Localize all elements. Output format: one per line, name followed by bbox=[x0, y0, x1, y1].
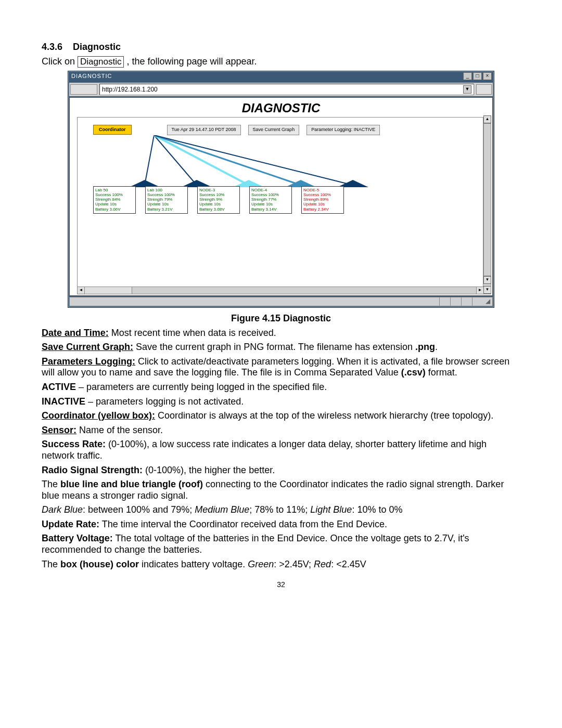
node-body: NODE-3 Success 10% Strength 9% Update 10… bbox=[197, 186, 240, 214]
node-house[interactable]: NODE-4 Success 100% Strength 77% Update … bbox=[249, 186, 292, 214]
node-name: Lab 50 bbox=[95, 188, 134, 192]
svg-line-2 bbox=[154, 135, 249, 185]
outer-vertical-scrollbar[interactable]: ▲ ▼ bbox=[483, 115, 491, 284]
diagnostic-inline-button[interactable]: Diagnostic bbox=[78, 56, 124, 68]
address-bar: http://192.168.1.200 ▼ bbox=[69, 83, 493, 96]
node-body: Lab 100 Success 100% Strength 79% Update… bbox=[145, 186, 188, 214]
coordinator-label: Coordinator (yellow box): bbox=[42, 410, 155, 421]
svg-line-0 bbox=[145, 135, 154, 185]
intro-line: Click on Diagnostic , the following page… bbox=[42, 56, 520, 68]
node-house[interactable]: Lab 50 Success 100% Strength 84% Update … bbox=[93, 186, 136, 214]
node-body: NODE-5 Success 100% Strength 89% Update … bbox=[301, 186, 344, 214]
section-number: 4.3.6 bbox=[42, 42, 62, 52]
update-rate-label: Update Rate: bbox=[42, 519, 99, 529]
page-number: 32 bbox=[42, 580, 520, 589]
node-name: Lab 100 bbox=[147, 188, 186, 192]
radio-strength-label: Radio Signal Strength: bbox=[42, 465, 143, 475]
close-icon[interactable]: × bbox=[483, 72, 492, 80]
status-bar: ◢ bbox=[69, 297, 493, 306]
tree-diagram: Lab 50 Success 100% Strength 84% Update … bbox=[93, 135, 475, 289]
node-name: NODE-4 bbox=[251, 188, 290, 192]
node-house[interactable]: NODE-3 Success 10% Strength 9% Update 10… bbox=[197, 186, 240, 214]
scroll-down-icon: ▼ bbox=[483, 276, 491, 284]
diagram-panel: Coordinator Tue Apr 29 14.47.10 PDT 2008… bbox=[77, 117, 491, 294]
node-name: NODE-5 bbox=[303, 188, 342, 192]
content-frame: DIAGNOSTIC Coordinator Tue Apr 29 14.47.… bbox=[69, 97, 493, 296]
battery-voltage-label: Battery Voltage: bbox=[42, 533, 113, 543]
save-graph-button[interactable]: Save Current Graph bbox=[248, 125, 300, 135]
scroll-left-icon: ◄ bbox=[78, 287, 85, 294]
section-title: Diagnostic bbox=[73, 42, 121, 52]
figure-caption: Figure 4.15 Diagnostic bbox=[42, 313, 520, 324]
svg-line-4 bbox=[154, 135, 353, 185]
timestamp-button[interactable]: Tue Apr 29 14.47.10 PDT 2008 bbox=[167, 125, 241, 135]
scroll-down-icon: ▼ bbox=[483, 286, 491, 294]
section-heading: 4.3.6 Diagnostic bbox=[42, 42, 520, 53]
window-title: DIAGNOSTIC bbox=[70, 73, 463, 80]
param-logging-button[interactable]: Parameter Logging: INACTIVE bbox=[306, 125, 380, 135]
sensor-label: Sensor: bbox=[42, 425, 76, 435]
save-graph-label: Save Current Graph: bbox=[42, 342, 133, 352]
active-label: ACTIVE bbox=[42, 382, 76, 392]
scroll-right-icon: ► bbox=[476, 287, 483, 294]
resize-grip-icon[interactable]: ◢ bbox=[483, 297, 492, 306]
minimize-icon[interactable]: _ bbox=[463, 72, 472, 80]
param-logging-label: Parameters Logging: bbox=[42, 356, 135, 367]
node-body: NODE-4 Success 100% Strength 77% Update … bbox=[249, 186, 292, 214]
success-rate-label: Success Rate: bbox=[42, 439, 106, 449]
inner-horizontal-scrollbar[interactable]: ◄ ► bbox=[78, 287, 483, 294]
inactive-label: INACTIVE bbox=[42, 396, 85, 407]
node-house[interactable]: Lab 100 Success 100% Strength 79% Update… bbox=[145, 186, 188, 214]
go-box[interactable] bbox=[476, 84, 492, 95]
node-house[interactable]: NODE-5 Success 100% Strength 89% Update … bbox=[301, 186, 344, 214]
diagnostic-window: DIAGNOSTIC _ □ × http://192.168.1.200 ▼ … bbox=[68, 71, 494, 308]
nav-box[interactable] bbox=[70, 84, 97, 95]
scroll-up-icon: ▲ bbox=[483, 115, 491, 123]
url-dropdown-icon[interactable]: ▼ bbox=[463, 85, 471, 94]
window-titlebar: DIAGNOSTIC _ □ × bbox=[68, 71, 494, 82]
node-name: NODE-3 bbox=[199, 188, 238, 192]
date-time-label: Date and Time: bbox=[42, 328, 109, 338]
maximize-icon[interactable]: □ bbox=[473, 72, 482, 80]
url-text: http://192.168.1.200 bbox=[102, 86, 158, 93]
coordinator-box[interactable]: Coordinator bbox=[93, 125, 132, 135]
node-body: Lab 50 Success 100% Strength 84% Update … bbox=[93, 186, 136, 214]
url-field[interactable]: http://192.168.1.200 ▼ bbox=[99, 84, 474, 95]
page-heading: DIAGNOSTIC bbox=[70, 98, 492, 117]
